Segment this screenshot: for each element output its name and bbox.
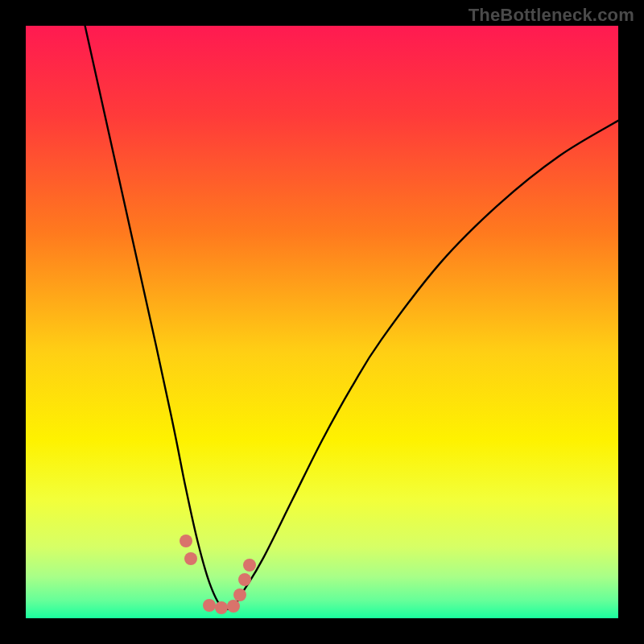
plot-area (26, 26, 618, 618)
dot (238, 573, 251, 586)
dot (203, 599, 216, 612)
dot (233, 588, 246, 601)
dot (184, 552, 197, 565)
dot (215, 601, 228, 614)
watermark-text: TheBottleneck.com (469, 5, 634, 26)
dot (243, 559, 256, 572)
dot (180, 535, 192, 547)
optimal-range-dots (26, 26, 618, 618)
dot (227, 600, 240, 613)
chart-container: TheBottleneck.com (0, 0, 644, 644)
